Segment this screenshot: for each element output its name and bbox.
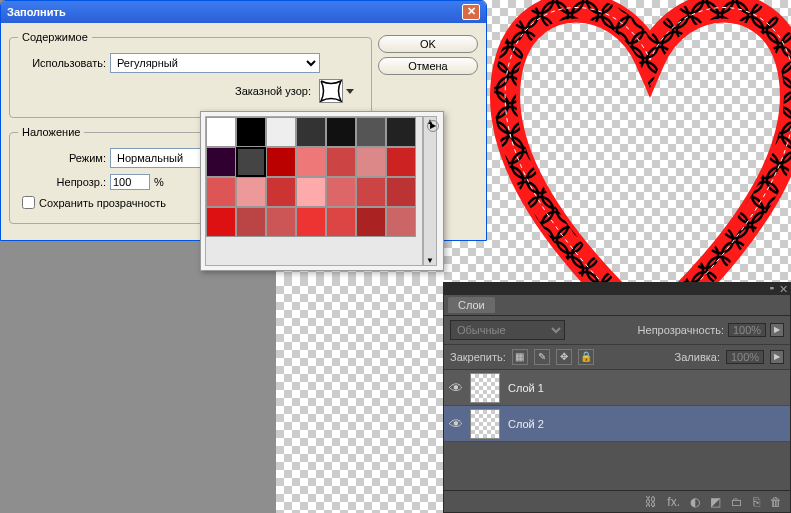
pattern-swatch[interactable] [206,147,236,177]
fill-flyout-icon[interactable]: ▶ [770,350,784,364]
trash-icon[interactable]: 🗑 [770,495,782,509]
pattern-swatch[interactable] [386,117,416,147]
opacity-flyout-icon[interactable]: ▶ [770,323,784,337]
fx-icon[interactable]: fx. [667,495,680,509]
lock-all-icon[interactable]: 🔒 [578,349,594,365]
pattern-swatch[interactable] [356,177,386,207]
layer-thumbnail[interactable] [470,409,500,439]
fill-label: Заливка: [675,351,720,363]
visibility-eye-icon[interactable]: 👁 [444,380,468,396]
pattern-swatch[interactable] [206,117,236,147]
pattern-picker-panel: ▶ [200,111,444,271]
pattern-swatch[interactable] [296,147,326,177]
pattern-scrollbar[interactable] [423,116,437,266]
opacity-unit: % [154,176,164,188]
panel-topbar[interactable]: ▪▪ ✕ [444,283,790,295]
pattern-swatch[interactable] [356,117,386,147]
dialog-title: Заполнить [7,6,66,18]
layers-footer: ⛓ fx. ◐ ◩ 🗀 ⎘ 🗑 [444,490,790,512]
pattern-swatch[interactable] [326,177,356,207]
pattern-swatch[interactable] [266,207,296,237]
new-layer-icon[interactable]: ⎘ [753,495,760,509]
layers-tab[interactable]: Слои [448,297,495,313]
layer-name[interactable]: Слой 1 [502,382,544,394]
pattern-swatch-button[interactable] [319,79,343,103]
preserve-label: Сохранить прозрачность [39,197,166,209]
ok-button[interactable]: OK [378,35,478,53]
pattern-swatch[interactable] [236,207,266,237]
opacity-input[interactable] [110,174,150,190]
pattern-swatch[interactable] [296,177,326,207]
pattern-swatch[interactable] [236,147,266,177]
pattern-swatch[interactable] [356,207,386,237]
pattern-swatch[interactable] [236,117,266,147]
dialog-titlebar[interactable]: Заполнить ✕ [1,1,486,23]
adjustment-icon[interactable]: ◩ [710,495,721,509]
pattern-swatch[interactable] [206,207,236,237]
layer-name[interactable]: Слой 2 [502,418,544,430]
layers-panel: ▪▪ ✕ Слои Обычные Непрозрачность: 100% ▶… [443,282,791,513]
lock-paint-icon[interactable]: ✎ [534,349,550,365]
preserve-transparency-checkbox[interactable] [22,196,35,209]
layer-opacity-value[interactable]: 100% [728,323,766,337]
use-select[interactable]: Регулярный [110,53,320,73]
blend-mode-select[interactable]: Обычные [450,320,565,340]
pattern-swatch[interactable] [386,147,416,177]
pattern-swatch[interactable] [296,207,326,237]
content-legend: Содержимое [18,31,92,43]
panel-menu-icon[interactable]: ▪▪ [770,283,772,293]
pattern-swatch[interactable] [326,207,356,237]
fill-value[interactable]: 100% [726,350,764,364]
layer-row[interactable]: 👁 Слой 1 [444,370,790,406]
overlay-legend: Наложение [18,126,84,138]
pattern-swatch[interactable] [296,117,326,147]
pattern-swatch[interactable] [356,147,386,177]
layer-opacity-label: Непрозрачность: [638,324,724,336]
cancel-button[interactable]: Отмена [378,57,478,75]
folder-icon[interactable]: 🗀 [731,495,743,509]
lock-move-icon[interactable]: ✥ [556,349,572,365]
opacity-label: Непрозр.: [18,176,106,188]
mask-icon[interactable]: ◐ [690,495,700,509]
pattern-swatch[interactable] [236,177,266,207]
pattern-swatch[interactable] [386,177,416,207]
mode-label: Режим: [18,152,106,164]
pattern-swatch[interactable] [266,147,296,177]
pattern-swatch[interactable] [326,147,356,177]
visibility-eye-icon[interactable]: 👁 [444,416,468,432]
panel-close-icon[interactable]: ✕ [779,283,788,296]
link-layers-icon[interactable]: ⛓ [645,495,657,509]
close-icon[interactable]: ✕ [462,4,480,20]
custom-pattern-label: Заказной узор: [223,85,311,97]
layer-row[interactable]: 👁 Слой 2 [444,406,790,442]
lock-label: Закрепить: [450,351,506,363]
pattern-swatch[interactable] [266,117,296,147]
flyout-menu-icon[interactable]: ▶ [427,120,439,132]
pattern-swatch[interactable] [206,177,236,207]
pattern-swatch[interactable] [326,117,356,147]
content-fieldset: Содержимое Использовать: Регулярный Зака… [9,31,372,118]
canvas-checkerboard-2 [276,278,444,513]
pattern-swatch[interactable] [386,207,416,237]
pattern-swatch[interactable] [266,177,296,207]
layer-thumbnail[interactable] [470,373,500,403]
use-label: Использовать: [18,57,106,69]
pattern-grid-scroll [205,116,423,266]
lock-transparency-icon[interactable]: ▦ [512,349,528,365]
